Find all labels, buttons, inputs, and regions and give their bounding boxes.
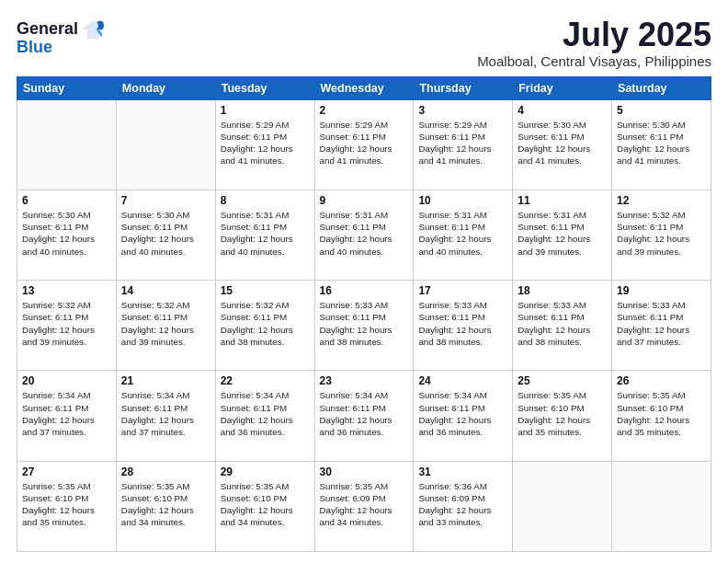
calendar-cell: 28Sunrise: 5:35 AM Sunset: 6:10 PM Dayli… [116,461,215,551]
calendar-cell: 17Sunrise: 5:33 AM Sunset: 6:11 PM Dayli… [414,281,513,371]
logo-blue-text: Blue [17,39,52,57]
day-info: Sunrise: 5:34 AM Sunset: 6:11 PM Dayligh… [418,389,507,438]
day-info: Sunrise: 5:32 AM Sunset: 6:11 PM Dayligh… [121,299,210,348]
day-number: 20 [22,374,111,387]
calendar-cell: 21Sunrise: 5:34 AM Sunset: 6:11 PM Dayli… [116,371,215,461]
logo-general-text: General [17,20,78,39]
header-sunday: Sunday [17,76,117,99]
calendar-cell: 1Sunrise: 5:29 AM Sunset: 6:11 PM Daylig… [215,99,314,190]
day-number: 9 [320,194,409,207]
day-number: 25 [518,374,607,387]
day-info: Sunrise: 5:35 AM Sunset: 6:10 PM Dayligh… [221,480,310,529]
day-number: 4 [518,104,607,117]
day-info: Sunrise: 5:34 AM Sunset: 6:11 PM Dayligh… [121,389,210,438]
calendar-cell: 16Sunrise: 5:33 AM Sunset: 6:11 PM Dayli… [314,281,414,371]
calendar-cell [513,461,612,551]
day-number: 2 [320,104,409,117]
day-info: Sunrise: 5:33 AM Sunset: 6:11 PM Dayligh… [418,299,507,348]
calendar-cell: 18Sunrise: 5:33 AM Sunset: 6:11 PM Dayli… [513,281,612,371]
calendar-cell: 10Sunrise: 5:31 AM Sunset: 6:11 PM Dayli… [414,190,513,280]
day-number: 23 [320,374,409,387]
header-saturday: Saturday [612,76,711,99]
calendar-week-row: 1Sunrise: 5:29 AM Sunset: 6:11 PM Daylig… [17,99,711,190]
day-number: 29 [221,465,310,478]
header-wednesday: Wednesday [314,76,414,99]
calendar-cell: 14Sunrise: 5:32 AM Sunset: 6:11 PM Dayli… [116,281,215,371]
day-info: Sunrise: 5:33 AM Sunset: 6:11 PM Dayligh… [320,299,409,348]
calendar-cell: 23Sunrise: 5:34 AM Sunset: 6:11 PM Dayli… [314,371,414,461]
header-monday: Monday [116,76,215,99]
day-info: Sunrise: 5:34 AM Sunset: 6:11 PM Dayligh… [22,389,111,438]
location-title: Moalboal, Central Visayas, Philippines [477,53,711,69]
calendar-week-row: 6Sunrise: 5:30 AM Sunset: 6:11 PM Daylig… [17,190,711,280]
day-number: 12 [617,194,706,207]
calendar-cell: 24Sunrise: 5:34 AM Sunset: 6:11 PM Dayli… [414,371,513,461]
day-number: 3 [418,104,507,117]
header: General Blue July 2025 Moalboal, Central… [17,17,711,69]
day-info: Sunrise: 5:31 AM Sunset: 6:11 PM Dayligh… [418,209,507,258]
day-info: Sunrise: 5:35 AM Sunset: 6:09 PM Dayligh… [320,480,409,529]
calendar-cell: 25Sunrise: 5:35 AM Sunset: 6:10 PM Dayli… [513,371,612,461]
day-number: 10 [418,194,507,207]
day-info: Sunrise: 5:31 AM Sunset: 6:11 PM Dayligh… [518,209,607,258]
calendar-cell: 29Sunrise: 5:35 AM Sunset: 6:10 PM Dayli… [215,461,314,551]
calendar-cell: 22Sunrise: 5:34 AM Sunset: 6:11 PM Dayli… [215,371,314,461]
day-info: Sunrise: 5:33 AM Sunset: 6:11 PM Dayligh… [617,299,706,348]
logo-icon [80,17,106,42]
month-title: July 2025 [477,17,711,53]
day-number: 31 [418,465,507,478]
day-info: Sunrise: 5:36 AM Sunset: 6:09 PM Dayligh… [418,480,507,529]
day-info: Sunrise: 5:30 AM Sunset: 6:11 PM Dayligh… [518,119,607,167]
day-info: Sunrise: 5:34 AM Sunset: 6:11 PM Dayligh… [221,389,310,438]
calendar-week-row: 27Sunrise: 5:35 AM Sunset: 6:10 PM Dayli… [17,461,711,551]
day-info: Sunrise: 5:35 AM Sunset: 6:10 PM Dayligh… [518,389,607,438]
day-info: Sunrise: 5:32 AM Sunset: 6:11 PM Dayligh… [221,299,310,348]
calendar-cell [116,99,215,190]
day-number: 26 [617,374,706,387]
day-info: Sunrise: 5:33 AM Sunset: 6:11 PM Dayligh… [518,299,607,348]
day-number: 19 [617,284,706,297]
header-thursday: Thursday [414,76,513,99]
day-number: 7 [121,194,210,207]
day-number: 21 [121,374,210,387]
calendar-cell [612,461,711,551]
calendar-cell: 6Sunrise: 5:30 AM Sunset: 6:11 PM Daylig… [17,190,117,280]
calendar-cell: 30Sunrise: 5:35 AM Sunset: 6:09 PM Dayli… [314,461,414,551]
day-number: 18 [518,284,607,297]
day-number: 17 [418,284,507,297]
logo: General Blue [17,17,106,57]
title-block: July 2025 Moalboal, Central Visayas, Phi… [477,17,711,69]
day-number: 8 [221,194,310,207]
calendar-cell: 13Sunrise: 5:32 AM Sunset: 6:11 PM Dayli… [17,281,117,371]
day-number: 22 [221,374,310,387]
day-info: Sunrise: 5:32 AM Sunset: 6:11 PM Dayligh… [617,209,706,258]
day-number: 16 [320,284,409,297]
header-friday: Friday [513,76,612,99]
calendar-week-row: 20Sunrise: 5:34 AM Sunset: 6:11 PM Dayli… [17,371,711,461]
header-tuesday: Tuesday [215,76,314,99]
day-info: Sunrise: 5:32 AM Sunset: 6:11 PM Dayligh… [22,299,111,348]
day-info: Sunrise: 5:30 AM Sunset: 6:11 PM Dayligh… [121,209,210,258]
calendar-cell: 26Sunrise: 5:35 AM Sunset: 6:10 PM Dayli… [612,371,711,461]
calendar-cell: 5Sunrise: 5:30 AM Sunset: 6:11 PM Daylig… [612,99,711,190]
calendar-week-row: 13Sunrise: 5:32 AM Sunset: 6:11 PM Dayli… [17,281,711,371]
day-number: 1 [221,104,310,117]
calendar-cell: 27Sunrise: 5:35 AM Sunset: 6:10 PM Dayli… [17,461,117,551]
calendar-page: General Blue July 2025 Moalboal, Central… [0,0,728,563]
calendar-cell: 9Sunrise: 5:31 AM Sunset: 6:11 PM Daylig… [314,190,414,280]
calendar-cell: 15Sunrise: 5:32 AM Sunset: 6:11 PM Dayli… [215,281,314,371]
day-number: 15 [221,284,310,297]
day-number: 5 [617,104,706,117]
calendar-cell: 31Sunrise: 5:36 AM Sunset: 6:09 PM Dayli… [414,461,513,551]
calendar-table: Sunday Monday Tuesday Wednesday Thursday… [17,76,711,552]
day-number: 14 [121,284,210,297]
day-number: 6 [22,194,111,207]
day-number: 27 [22,465,111,478]
calendar-cell: 19Sunrise: 5:33 AM Sunset: 6:11 PM Dayli… [612,281,711,371]
day-number: 28 [121,465,210,478]
calendar-cell: 2Sunrise: 5:29 AM Sunset: 6:11 PM Daylig… [314,99,414,190]
calendar-cell: 3Sunrise: 5:29 AM Sunset: 6:11 PM Daylig… [414,99,513,190]
calendar-cell: 12Sunrise: 5:32 AM Sunset: 6:11 PM Dayli… [612,190,711,280]
day-info: Sunrise: 5:30 AM Sunset: 6:11 PM Dayligh… [22,209,111,258]
weekday-header-row: Sunday Monday Tuesday Wednesday Thursday… [17,76,711,99]
